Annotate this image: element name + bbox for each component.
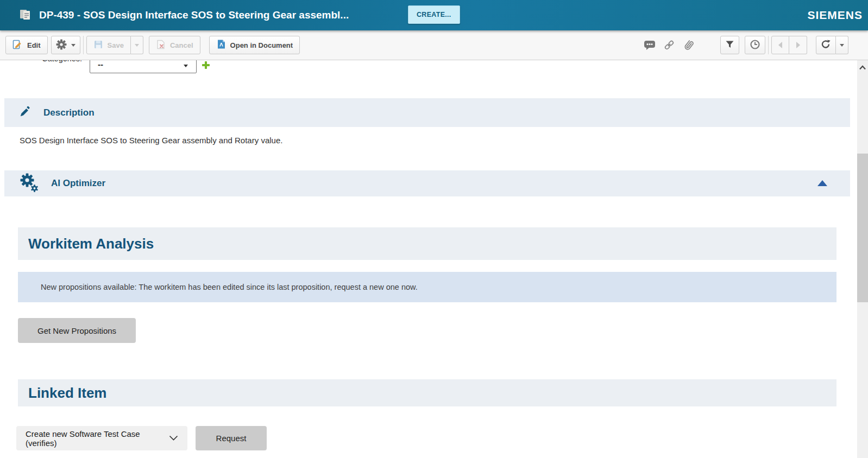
workitem-analysis-heading: Workitem Analysis <box>28 236 154 252</box>
cancel-button[interactable]: Cancel <box>149 36 200 54</box>
scroll-up-button[interactable] <box>857 60 868 74</box>
linked-item-header: Linked Item <box>18 379 836 406</box>
ai-optimizer-section-header: AI Optimizer <box>4 170 850 196</box>
linked-item-select[interactable]: Create new Software Test Case (verifies) <box>16 426 187 450</box>
plus-icon <box>202 61 210 69</box>
save-label: Save <box>108 41 124 49</box>
workitem-icon <box>18 7 33 23</box>
toolbar-separator <box>768 36 769 54</box>
categories-label: Categories: <box>42 60 82 63</box>
workitem-analysis-header: Workitem Analysis <box>18 227 836 260</box>
chevron-down-icon <box>135 44 139 47</box>
description-title: Description <box>43 107 95 118</box>
description-section-header: Description <box>4 98 850 127</box>
comments-icon[interactable] <box>640 36 659 54</box>
save-options-button[interactable] <box>131 36 143 54</box>
link-icon[interactable] <box>659 36 679 54</box>
linked-item-heading: Linked Item <box>28 385 106 402</box>
add-category-button[interactable] <box>202 61 210 71</box>
request-button[interactable]: Request <box>196 426 267 450</box>
scroll-up-icon <box>859 65 866 70</box>
categories-value: -- <box>98 60 103 69</box>
toolbar: Edit <box>0 30 868 60</box>
filter-button[interactable] <box>720 36 739 54</box>
refresh-options-button[interactable] <box>836 36 848 54</box>
open-in-document-icon <box>216 39 226 51</box>
cancel-icon <box>156 40 166 51</box>
edit-icon <box>12 40 23 51</box>
app-window: DP-439 - SOS Design Interface SOS to Ste… <box>0 0 868 458</box>
toolbar-separator <box>83 36 84 54</box>
ai-optimizer-title: AI Optimizer <box>51 178 105 189</box>
edit-label: Edit <box>27 41 41 49</box>
categories-select[interactable]: -- <box>90 60 197 73</box>
open-in-document-button[interactable]: Open in Document <box>209 36 300 54</box>
get-new-propositions-button[interactable]: Get New Propositions <box>18 318 136 343</box>
vertical-scrollbar[interactable] <box>857 60 868 458</box>
cancel-label: Cancel <box>170 41 193 49</box>
edit-button[interactable]: Edit <box>5 36 48 54</box>
gear-icon <box>56 39 67 52</box>
forward-button[interactable] <box>789 36 807 54</box>
linked-item-select-value: Create new Software Test Case (verifies) <box>26 429 169 448</box>
chevron-down-icon <box>840 44 844 47</box>
history-button[interactable] <box>745 36 765 54</box>
page-title: DP-439 - SOS Design Interface SOS to Ste… <box>39 9 349 21</box>
create-button[interactable]: CREATE... <box>408 5 460 24</box>
chevron-down-icon <box>169 434 178 443</box>
scrollbar-thumb[interactable] <box>857 154 868 302</box>
save-icon <box>93 40 103 51</box>
actions-gear-button[interactable] <box>51 36 80 54</box>
forward-icon <box>796 42 800 48</box>
history-icon <box>750 39 760 52</box>
collapse-icon[interactable] <box>817 180 827 186</box>
header-bar: DP-439 - SOS Design Interface SOS to Ste… <box>0 0 868 30</box>
refresh-button[interactable] <box>816 36 836 54</box>
description-text: SOS Design Interface SOS to Steering Gea… <box>20 136 282 145</box>
refresh-icon <box>821 39 831 51</box>
chevron-down-icon <box>71 44 76 47</box>
siemens-logo: SIEMENS <box>807 9 863 22</box>
back-button[interactable] <box>771 36 789 54</box>
ai-gears-icon <box>19 172 39 195</box>
save-button[interactable]: Save <box>86 36 131 54</box>
attachment-icon[interactable] <box>679 36 699 54</box>
filter-icon <box>725 40 734 50</box>
open-in-document-label: Open in Document <box>230 41 293 49</box>
propositions-banner: New propositions available: The workitem… <box>18 272 836 302</box>
workitem-detail-panel: Categories: -- Description SOS Design In… <box>0 60 857 458</box>
pencil-icon <box>19 106 31 120</box>
toolbar-left-group: Edit <box>5 36 300 54</box>
toolbar-right-group <box>640 36 848 54</box>
chevron-down-icon <box>184 65 188 67</box>
back-icon <box>778 42 782 48</box>
